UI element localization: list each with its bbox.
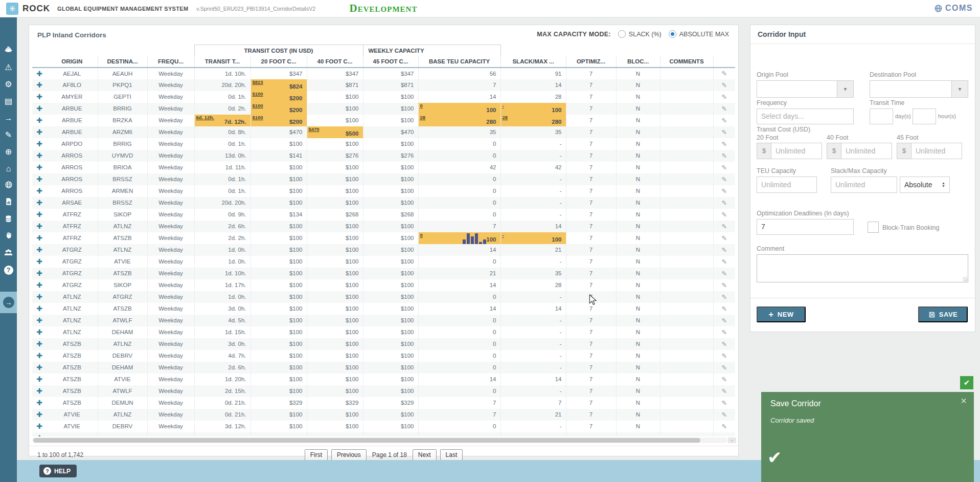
table-cell[interactable]: 0100 xyxy=(418,103,500,115)
table-cell[interactable]: N xyxy=(616,397,660,409)
edit-row-button[interactable]: ✎ xyxy=(713,68,735,79)
cost-20ft-input[interactable]: $ Unlimited xyxy=(757,143,822,159)
next-page-button[interactable]: Next xyxy=(413,449,437,461)
last-page-button[interactable]: Last xyxy=(440,449,463,461)
table-cell[interactable]: 2d. 2h. xyxy=(194,232,250,244)
table-cell[interactable]: N xyxy=(616,79,660,91)
comments-cell[interactable] xyxy=(660,397,713,409)
table-cell[interactable]: Weekday xyxy=(147,150,194,162)
table-cell[interactable]: ARBUE xyxy=(47,126,98,138)
table-cell[interactable]: 7 xyxy=(418,397,500,409)
add-split-button[interactable]: ✚ xyxy=(32,162,47,173)
table-cell[interactable]: 7 xyxy=(566,315,616,326)
table-cell[interactable]: 2d. 15h. xyxy=(194,385,250,397)
table-cell[interactable]: N xyxy=(616,268,660,279)
comments-cell[interactable] xyxy=(660,173,713,185)
edit-row-button[interactable]: ✎ xyxy=(713,173,735,185)
table-cell[interactable]: $100 xyxy=(363,91,418,103)
add-split-button[interactable]: ✚ xyxy=(32,315,47,326)
add-split-button[interactable]: ✚ xyxy=(32,256,47,268)
table-cell[interactable]: Weekday xyxy=(147,126,194,138)
table-cell[interactable]: ATSZB xyxy=(47,385,98,397)
radio-absolute-max-circle[interactable] xyxy=(669,30,676,38)
add-split-button[interactable]: ✚ xyxy=(32,68,47,79)
table-cell[interactable]: $871 xyxy=(307,79,363,91)
table-cell[interactable]: 0100 xyxy=(418,232,500,244)
add-split-button[interactable]: ✚ xyxy=(32,291,47,303)
edit-row-button[interactable]: ✎ xyxy=(713,409,735,421)
comment-textarea[interactable] xyxy=(757,254,968,282)
table-cell[interactable]: 7 xyxy=(566,397,616,409)
table-cell[interactable]: 13d. 0h. xyxy=(194,150,250,162)
edit-row-button[interactable]: ✎ xyxy=(713,162,735,173)
table-cell[interactable]: DEBRV xyxy=(98,350,147,362)
comments-cell[interactable] xyxy=(660,209,713,221)
table-cell[interactable]: 7 xyxy=(566,115,616,126)
table-cell[interactable]: 20d. 20h. xyxy=(194,197,250,209)
comments-cell[interactable] xyxy=(660,279,713,291)
table-cell[interactable]: $100 xyxy=(307,197,363,209)
table-cell[interactable]: $134 xyxy=(250,209,307,221)
table-cell[interactable]: $100 xyxy=(363,409,418,421)
cost-45ft-input[interactable]: $ Unlimited xyxy=(897,143,962,159)
table-cell[interactable]: 14 xyxy=(418,374,500,385)
table-cell[interactable]: $100 xyxy=(250,232,307,244)
comments-cell[interactable] xyxy=(660,115,713,126)
add-split-button[interactable]: ✚ xyxy=(32,421,47,432)
table-cell[interactable]: $100 xyxy=(307,185,363,197)
teu-capacity-input[interactable]: Unlimited xyxy=(757,177,817,193)
comments-cell[interactable] xyxy=(660,385,713,397)
table-cell[interactable]: ATSZB xyxy=(98,268,147,279)
table-cell[interactable]: 35 xyxy=(500,268,566,279)
table-cell[interactable]: 0 xyxy=(418,385,500,397)
table-cell[interactable]: - xyxy=(500,326,566,338)
table-cell[interactable]: - xyxy=(500,385,566,397)
sidebar-item-settings[interactable]: ⚙ xyxy=(0,76,17,93)
transit-hours-input[interactable] xyxy=(913,108,936,124)
table-cell[interactable]: ATVIE xyxy=(47,421,98,432)
sidebar-item-vessel[interactable] xyxy=(0,42,17,59)
add-split-button[interactable]: ✚ xyxy=(32,185,47,197)
table-cell[interactable]: ARBUE xyxy=(47,115,98,126)
table-cell[interactable]: 7 xyxy=(566,138,616,150)
column-header-9[interactable]: OPTIMIZ... xyxy=(566,56,616,68)
table-cell[interactable]: $100 xyxy=(250,256,307,268)
table-cell[interactable]: ATGRZ xyxy=(47,279,98,291)
table-cell[interactable]: $100 xyxy=(250,268,307,279)
table-cell[interactable]: N xyxy=(616,173,660,185)
table-cell[interactable]: N xyxy=(616,103,660,115)
table-cell[interactable]: 7 xyxy=(566,150,616,162)
table-cell[interactable]: AMYER xyxy=(47,91,98,103)
add-split-button[interactable]: ✚ xyxy=(32,362,47,374)
table-cell[interactable]: $100 xyxy=(307,303,363,315)
table-cell[interactable]: Weekday xyxy=(147,374,194,385)
table-cell[interactable]: $100 xyxy=(250,362,307,374)
table-cell[interactable]: 28 xyxy=(500,279,566,291)
edit-row-button[interactable]: ✎ xyxy=(713,221,735,232)
table-cell[interactable]: $100 xyxy=(250,374,307,385)
table-cell[interactable]: - xyxy=(500,350,566,362)
add-split-button[interactable]: ✚ xyxy=(32,91,47,103)
table-cell[interactable]: $100 xyxy=(363,162,418,173)
add-split-button[interactable]: ✚ xyxy=(32,374,47,385)
table-cell[interactable]: 0d. 2h. xyxy=(194,103,250,115)
table-cell[interactable]: N xyxy=(616,362,660,374)
table-cell[interactable]: 7 xyxy=(566,173,616,185)
table-cell[interactable]: 21 xyxy=(418,268,500,279)
table-cell[interactable]: 7 xyxy=(566,91,616,103)
table-cell[interactable]: N xyxy=(616,291,660,303)
table-cell[interactable]: 7 xyxy=(566,232,616,244)
chevron-down-icon[interactable]: ▾ xyxy=(951,81,968,97)
table-cell[interactable]: 7 xyxy=(566,126,616,138)
table-cell[interactable]: ATFRZ xyxy=(47,221,98,232)
table-cell[interactable]: 14 xyxy=(418,279,500,291)
table-cell[interactable]: 7 xyxy=(566,162,616,173)
new-button[interactable]: + NEW xyxy=(757,306,806,322)
table-cell[interactable]: ATLNZ xyxy=(98,338,147,350)
column-header-5[interactable]: 40 FOOT C... xyxy=(307,56,363,68)
table-cell[interactable]: $100 xyxy=(307,421,363,432)
add-split-button[interactable]: ✚ xyxy=(32,432,47,437)
table-cell[interactable]: 7 xyxy=(566,185,616,197)
table-cell[interactable]: - xyxy=(500,338,566,350)
table-cell[interactable]: 7 xyxy=(566,103,616,115)
